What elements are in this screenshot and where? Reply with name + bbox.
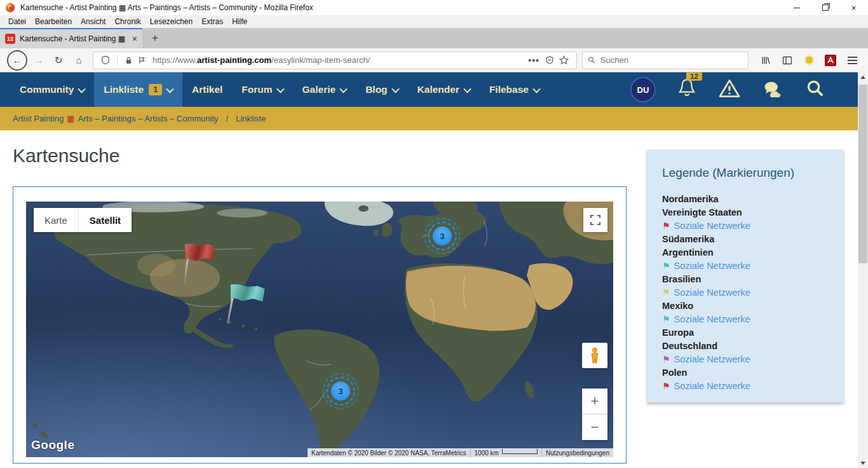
tab-close-icon[interactable]: ×	[132, 34, 137, 44]
shield-icon[interactable]	[101, 55, 110, 65]
back-button[interactable]: ←	[7, 50, 27, 71]
search-bar[interactable]	[582, 52, 749, 69]
flag-icon: ⚑	[662, 221, 670, 231]
notifications-bell[interactable]: 12	[677, 78, 696, 101]
page-scrollbar[interactable]	[858, 72, 868, 468]
tab-title: Kartensuche - Artist Painting ▦	[20, 34, 128, 43]
legend-link[interactable]: Soziale Netzwerke	[674, 381, 750, 391]
flag-icon: ⚑	[662, 314, 670, 324]
fullscreen-button[interactable]	[583, 208, 607, 232]
flag-banner	[185, 244, 214, 264]
close-button[interactable]: ×	[839, 0, 868, 15]
page-actions-icon[interactable]: •••	[528, 55, 539, 65]
google-logo[interactable]: Google	[31, 438, 74, 452]
url-path: /easylink/map-item-search/	[271, 55, 370, 65]
legend-region: Nordamerika	[662, 193, 829, 206]
legend-country: Vereinigte Staaten	[662, 206, 829, 219]
browser-toolbar: ← → ↻ ⌂ https://www.artist-painting.com/…	[0, 48, 868, 72]
scroll-up-arrow[interactable]	[858, 72, 868, 82]
restore-button[interactable]	[811, 0, 839, 15]
forward-button: →	[31, 53, 46, 68]
firefox-icon	[5, 3, 15, 13]
chevron-down-icon	[463, 85, 471, 93]
legend-region: Südamerika	[662, 233, 829, 246]
url-bar[interactable]: https://www.artist-painting.com/easylink…	[93, 52, 577, 69]
terms-link[interactable]: Nutzungsbedingungen	[542, 448, 613, 457]
scale-bar	[502, 449, 538, 454]
library-icon[interactable]	[757, 52, 775, 69]
pocket-icon[interactable]	[545, 55, 554, 65]
menu-bearbeiten[interactable]: Bearbeiten	[31, 17, 76, 26]
cluster-marker-brazil[interactable]: 3	[331, 382, 350, 401]
pegman-button[interactable]	[582, 343, 607, 368]
search-input[interactable]	[599, 55, 743, 65]
legend-link-row: ⚑Soziale Netzwerke	[662, 219, 829, 233]
legend-link-row: ⚑Soziale Netzwerke	[662, 380, 829, 393]
conversations[interactable]	[763, 79, 784, 100]
nav-forum[interactable]: Forum	[232, 72, 292, 107]
nav-artikel[interactable]: Artikel	[182, 72, 232, 107]
legend-link[interactable]: Soziale Netzwerke	[674, 261, 750, 271]
minimize-button[interactable]	[782, 0, 811, 15]
menu-bar: Datei Bearbeiten Ansicht Chronik Lesezei…	[0, 15, 868, 28]
bookmark-star-icon[interactable]	[559, 55, 569, 65]
map-type-karte-button[interactable]: Karte	[34, 208, 78, 232]
menu-ansicht[interactable]: Ansicht	[76, 17, 110, 26]
browser-window: Kartensuche - Artist Painting ▦ Arts – P…	[0, 0, 868, 468]
map-card: Karte Satellit + − 3	[13, 186, 627, 464]
reload-button[interactable]: ↻	[50, 52, 67, 69]
title-bar: Kartensuche - Artist Painting ▦ Arts – P…	[0, 0, 868, 15]
menu-extras[interactable]: Extras	[197, 17, 227, 26]
window-title: Kartensuche - Artist Painting ▦ Arts – P…	[20, 3, 313, 12]
extension-starburst-icon[interactable]	[800, 52, 818, 69]
new-tab-button[interactable]: +	[147, 31, 163, 46]
scroll-down-arrow[interactable]	[858, 458, 868, 468]
user-avatar[interactable]: DU	[630, 77, 656, 102]
scrollbar-thumb[interactable]	[858, 85, 867, 263]
legend-country: Argentinien	[662, 246, 829, 259]
warning-triangle-icon	[718, 79, 741, 98]
scale-label: 1000 km	[475, 450, 499, 457]
nav-linkliste[interactable]: Linkliste1	[94, 72, 182, 107]
lock-icon[interactable]	[125, 56, 133, 65]
legend-link[interactable]: Soziale Netzwerke	[674, 287, 750, 298]
nav-filebase[interactable]: Filebase	[480, 72, 549, 107]
menu-lesezeichen[interactable]: Lesezeichen	[146, 17, 197, 26]
zoom-out-button[interactable]: −	[582, 415, 607, 440]
nav-galerie[interactable]: Galerie	[293, 72, 356, 107]
linkliste-count-badge: 1	[149, 84, 162, 95]
flag-marker-mexico[interactable]	[226, 284, 268, 326]
moderation-alerts[interactable]	[718, 79, 741, 100]
site-search[interactable]	[806, 79, 825, 100]
zoom-in-button[interactable]: +	[582, 389, 607, 415]
menu-hilfe[interactable]: Hilfe	[227, 17, 252, 26]
map-type-satellit-button[interactable]: Satellit	[78, 208, 132, 232]
home-button[interactable]: ⌂	[71, 52, 87, 69]
chevron-down-icon	[276, 85, 285, 93]
menu-chronik[interactable]: Chronik	[110, 17, 145, 26]
google-map[interactable]: Karte Satellit + − 3	[26, 202, 613, 457]
menu-datei[interactable]: Datei	[4, 17, 31, 26]
flag-marker-us[interactable]	[182, 244, 215, 284]
chevron-down-icon	[532, 85, 541, 93]
breadcrumb-site-link[interactable]: Artist Painting▦Arts – Paintings – Artis…	[13, 114, 219, 123]
legend-link[interactable]: Soziale Netzwerke	[674, 354, 750, 364]
breadcrumb-current[interactable]: Linkliste	[236, 114, 266, 123]
adobe-acrobat-icon[interactable]	[822, 52, 839, 69]
legend-link[interactable]: Soziale Netzwerke	[674, 221, 750, 231]
hamburger-menu-icon[interactable]	[843, 52, 861, 69]
nav-blog[interactable]: Blog	[356, 72, 407, 107]
chevron-down-icon	[166, 85, 174, 93]
url-text[interactable]: https://www.artist-painting.com/easylink…	[153, 55, 525, 65]
nav-kalender[interactable]: Kalender	[408, 72, 480, 107]
legend-link[interactable]: Soziale Netzwerke	[674, 314, 750, 324]
fullscreen-icon	[590, 215, 600, 225]
nav-community[interactable]: Community	[10, 72, 94, 107]
permissions-icon[interactable]	[138, 56, 146, 65]
map-attribution: Kartendaten © 2020 Bilder © 2020 NASA, T…	[308, 448, 613, 457]
active-tab[interactable]: 12 Kartensuche - Artist Painting ▦ ×	[0, 28, 142, 48]
flag-banner	[229, 284, 265, 305]
cluster-marker-europe[interactable]: 3	[433, 226, 452, 245]
sidebar-toggle-icon[interactable]	[778, 52, 796, 69]
legend-link-row: ⚑Soziale Netzwerke	[662, 313, 829, 326]
